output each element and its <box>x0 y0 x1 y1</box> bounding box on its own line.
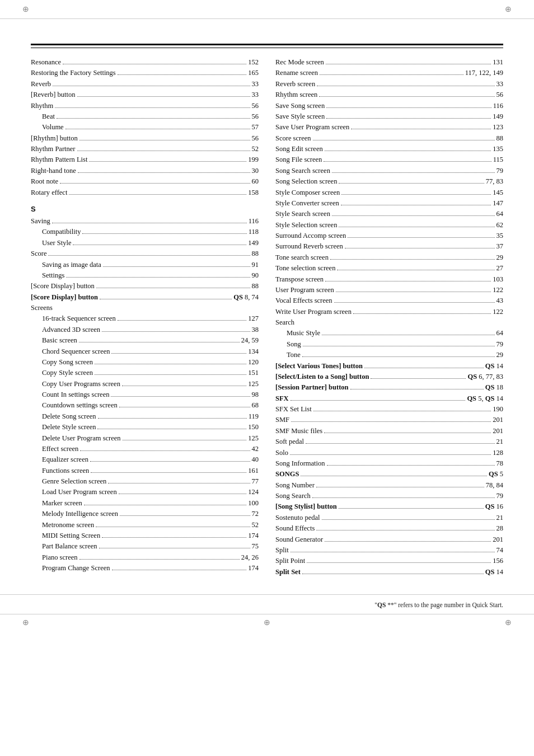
entry-label: Part Balance screen <box>42 541 97 552</box>
entry-page: 199 <box>248 154 259 165</box>
list-item: Style Composer screen145 <box>275 187 503 198</box>
entry-dots <box>325 541 491 542</box>
list-item: Root note60 <box>31 176 259 187</box>
list-item: Style Selection screen62 <box>275 220 503 231</box>
entry-dots <box>302 574 484 574</box>
list-item: Screens <box>31 303 259 313</box>
list-item: Settings90 <box>31 270 259 281</box>
entry-dots <box>341 205 491 205</box>
entry-page: 38 <box>252 325 259 335</box>
entry-label: User Program screen <box>275 285 334 295</box>
list-item: Surround Accomp screen35 <box>275 231 503 241</box>
entry-label: SMF <box>275 415 289 425</box>
entry-label: Genre Selection screen <box>42 476 106 487</box>
content-area: Resonance152Restoring the Factory Settin… <box>0 19 534 589</box>
entry-label: [Select/Listen to a Song] button <box>275 372 369 382</box>
entry-page: 79 <box>496 339 504 350</box>
list-item: SMF Music files201 <box>275 426 503 436</box>
entry-page: 158 <box>248 187 259 198</box>
entry-dots <box>122 386 246 386</box>
entry-label: MIDI Setting Screen <box>42 530 100 541</box>
bottom-right-crosshair: ⊕ <box>505 618 512 627</box>
entry-label: Delete Style screen <box>42 422 96 433</box>
entry-label: Copy User Programs screen <box>42 379 120 389</box>
entry-dots <box>312 497 495 498</box>
entry-label: Surround Reverb screen <box>275 241 343 252</box>
entry-dots <box>290 454 491 455</box>
list-item: Write User Program screen122 <box>275 307 503 317</box>
list-item: Compatibility118 <box>31 227 259 237</box>
entry-dots <box>320 74 463 75</box>
list-item: Style Converter screen147 <box>275 198 503 209</box>
entry-dots <box>351 129 491 129</box>
entry-dots <box>348 237 494 238</box>
entry-page: 75 <box>252 541 259 552</box>
entry-label: Volume <box>42 122 64 133</box>
entry-label: Chord Sequencer screen <box>42 346 110 357</box>
list-item: Rhythm Pattern List199 <box>31 154 259 165</box>
entry-label: Rename screen <box>275 68 318 78</box>
entry-page: QS 5, QS 14 <box>467 393 503 404</box>
left-column: Resonance152Restoring the Factory Settin… <box>31 57 259 577</box>
list-item: Resonance152 <box>31 57 259 68</box>
entry-dots <box>112 570 247 570</box>
entry-dots <box>353 313 491 314</box>
entry-label: Reverb screen <box>275 79 315 90</box>
list-item: Restoring the Factory Settings165 <box>31 68 259 78</box>
entry-dots <box>103 266 250 267</box>
list-item: Basic screen24, 59 <box>31 335 259 346</box>
entry-label: Tone <box>287 350 301 360</box>
entry-page: 52 <box>252 520 259 530</box>
entry-page: 33 <box>252 90 259 100</box>
entry-page: 79 <box>496 491 504 501</box>
entry-page: 88 <box>252 281 259 292</box>
top-right-crosshair: ⊕ <box>505 4 512 14</box>
list-item: Equalizer screen40 <box>31 454 259 465</box>
entry-dots <box>96 288 250 288</box>
list-item: User Style149 <box>31 238 259 248</box>
list-item: [Session Partner] buttonQS 18 <box>275 382 503 393</box>
entry-label: Save User Program screen <box>275 122 349 133</box>
entry-page: QS 14 <box>485 567 503 577</box>
entry-page: 149 <box>248 238 259 248</box>
entry-page: 64 <box>496 209 504 219</box>
entry-dots <box>90 461 250 462</box>
entry-page: 35 <box>496 231 504 241</box>
entry-label: Equalizer screen <box>42 454 88 465</box>
list-item: [Select/Listen to a Song] buttonQS 6, 77… <box>275 372 503 382</box>
entry-dots <box>118 320 246 321</box>
entry-label: Right-hand tone <box>31 166 76 176</box>
section-heading: S <box>31 204 259 215</box>
list-item: Copy Style screen151 <box>31 368 259 378</box>
entry-page: 117, 122, 149 <box>465 68 503 78</box>
entry-label: Restoring the Factory Settings <box>31 68 116 78</box>
entry-page: 74 <box>496 545 504 556</box>
entry-dots <box>95 364 246 364</box>
list-item: Delete Style screen150 <box>31 422 259 433</box>
entry-dots <box>111 396 250 397</box>
bottom-bar: ⊕ ⊕ ⊕ <box>0 614 534 631</box>
title-rule-thin <box>31 48 503 48</box>
entry-dots <box>350 389 484 389</box>
list-item: User Program screen122 <box>275 285 503 295</box>
entry-dots <box>332 215 495 216</box>
entry-label: Score <box>31 248 46 259</box>
list-item: Tone selection screen27 <box>275 263 503 274</box>
entry-dots <box>66 277 250 278</box>
list-item: Reverb screen33 <box>275 79 503 90</box>
entry-page: 149 <box>493 111 503 122</box>
list-item: Volume57 <box>31 122 259 133</box>
entry-page: 103 <box>493 274 503 285</box>
list-item: [Select Various Tones] buttonQS 14 <box>275 361 503 372</box>
entry-dots <box>73 245 246 245</box>
entry-label: Compatibility <box>42 227 81 237</box>
entry-page: 174 <box>248 563 259 574</box>
entry-page: 62 <box>496 220 504 231</box>
entry-label: Marker screen <box>42 498 82 509</box>
list-item: Score screen88 <box>275 133 503 144</box>
list-item: 16-track Sequencer screen127 <box>31 313 259 324</box>
entry-label: Piano screen <box>42 552 78 563</box>
list-item: Save Style screen149 <box>275 111 503 122</box>
entry-page: 29 <box>496 252 504 263</box>
entry-page: 43 <box>496 295 504 306</box>
